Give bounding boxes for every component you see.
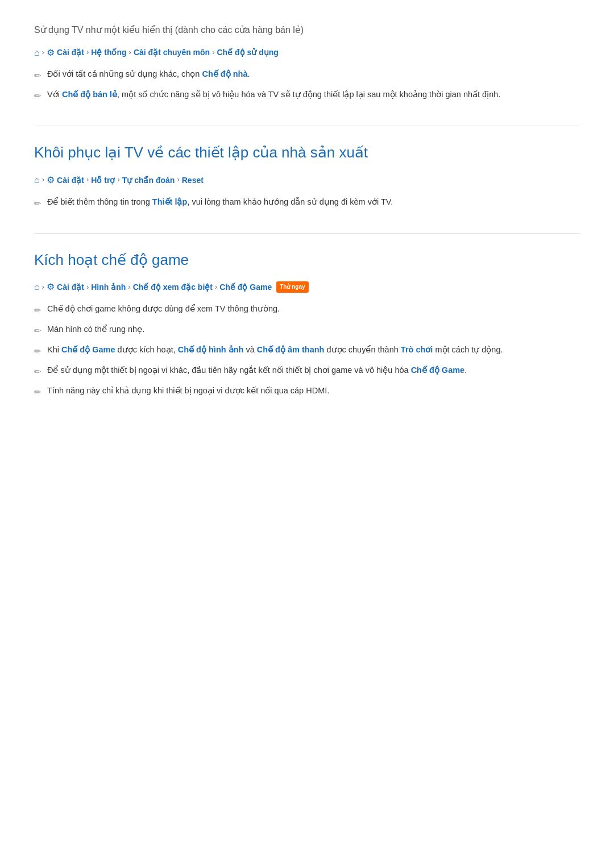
list-item: ✏ Để biết thêm thông tin trong Thiết lập… (34, 196, 580, 210)
list-item: ✏ Tính năng này chỉ khả dụng khi thiết b… (34, 384, 580, 399)
gear-icon-1: ⚙ (47, 45, 55, 60)
bullet5-text: Màn hình có thể rung nhẹ. (47, 323, 144, 336)
breadcrumb-3: ⌂ › ⚙ Cài đặt › Hình ảnh › Chế độ xem đặ… (34, 280, 580, 294)
bullet7-text: Để sử dụng một thiết bị ngoại vi khác, đ… (47, 364, 467, 377)
list-item: ✏ Khi Chế độ Game được kích hoạt, Chế độ… (34, 343, 580, 358)
section-game-mode: Kích hoạt chế độ game ⌂ › ⚙ Cài đặt › Hì… (34, 251, 580, 399)
gear-icon-3: ⚙ (47, 280, 55, 294)
bullet3-text: Để biết thêm thông tin trong Thiết lập, … (47, 196, 393, 209)
section2-bullet-list: ✏ Để biết thêm thông tin trong Thiết lập… (34, 196, 580, 210)
section1-bullet-list: ✏ Đối với tất cả những sử dụng khác, chọ… (34, 68, 580, 103)
list-item: ✏ Để sử dụng một thiết bị ngoại vi khác,… (34, 364, 580, 379)
home-icon-3[interactable]: ⌂ (34, 280, 40, 294)
breadcrumb2-hotro[interactable]: Hỗ trợ (91, 174, 115, 186)
section3-bullet-list: ✏ Chế độ chơi game không được dùng để xe… (34, 302, 580, 399)
highlight-cheodohinhanh: Chế độ hình ảnh (178, 345, 244, 354)
gear-icon-2: ⚙ (47, 173, 55, 188)
breadcrumb-1: ⌂ › ⚙ Cài đặt › Hệ thống › Cài đặt chuyê… (34, 45, 580, 60)
breadcrumb2-sep-0: › (42, 174, 44, 186)
breadcrumb3-cheodoxemdb[interactable]: Chế độ xem đặc biệt (133, 281, 213, 293)
breadcrumb3-caidat[interactable]: Cài đặt (57, 281, 84, 293)
list-item: ✏ Đối với tất cả những sử dụng khác, chọ… (34, 68, 580, 82)
breadcrumb2-tuchandoan[interactable]: Tự chẩn đoán (122, 174, 175, 186)
breadcrumb-caidatchuyenmon[interactable]: Cài đặt chuyên môn (134, 46, 210, 59)
pencil-icon-4: ✏ (34, 304, 42, 317)
section-factory-reset: Khôi phục lại TV về các thiết lập của nh… (34, 143, 580, 210)
section3-title: Kích hoạt chế độ game (34, 251, 580, 270)
breadcrumb-sep-0: › (42, 47, 44, 59)
breadcrumb3-sep-1: › (86, 281, 89, 293)
section-retail-mode: Sử dụng TV như một kiểu hiển thị (dành c… (34, 23, 580, 103)
highlight-trochoi: Trò chơi (401, 345, 433, 354)
breadcrumb2-sep-3: › (177, 174, 179, 186)
highlight-chedobanle: Chế độ bán lẻ (62, 90, 117, 99)
breadcrumb2-reset[interactable]: Reset (182, 174, 204, 186)
breadcrumb-hethong[interactable]: Hệ thống (91, 46, 126, 59)
breadcrumb3-sep-2: › (128, 281, 130, 293)
highlight-cheodogame2: Chế độ Game (411, 366, 465, 375)
breadcrumb-2: ⌂ › ⚙ Cài đặt › Hỗ trợ › Tự chẩn đoán › … (34, 173, 580, 188)
breadcrumb-sep-3: › (212, 47, 214, 59)
breadcrumb-caidat-1[interactable]: Cài đặt (57, 46, 84, 59)
pencil-icon-3: ✏ (34, 197, 42, 210)
breadcrumb2-sep-2: › (117, 174, 119, 186)
pencil-icon-7: ✏ (34, 365, 42, 379)
divider-1 (34, 126, 580, 126)
list-item: ✏ Với Chế độ bán lẻ, một số chức năng sẽ… (34, 88, 580, 103)
breadcrumb3-hinhanh[interactable]: Hình ảnh (91, 281, 126, 293)
list-item: ✏ Chế độ chơi game không được dùng để xe… (34, 302, 580, 317)
section1-subtitle: Sử dụng TV như một kiểu hiển thị (dành c… (34, 23, 580, 38)
pencil-icon-1: ✏ (34, 69, 42, 82)
breadcrumb2-sep-1: › (86, 174, 89, 186)
pencil-icon-6: ✏ (34, 344, 42, 358)
try-badge[interactable]: Thử ngay (276, 281, 308, 293)
home-icon-2[interactable]: ⌂ (34, 173, 40, 188)
home-icon[interactable]: ⌂ (34, 45, 40, 60)
section2-title: Khôi phục lại TV về các thiết lập của nh… (34, 143, 580, 163)
divider-2 (34, 233, 580, 234)
highlight-thietlap: Thiết lập (152, 197, 188, 206)
breadcrumb3-cheodogame[interactable]: Chế độ Game (219, 281, 272, 293)
breadcrumb2-caidat[interactable]: Cài đặt (57, 174, 84, 186)
bullet4-text: Chế độ chơi game không được dùng để xem … (47, 302, 280, 315)
pencil-icon-2: ✏ (34, 89, 42, 103)
bullet1-text: Đối với tất cả những sử dụng khác, chọn … (47, 68, 250, 81)
highlight-cheodoamthanh: Chế độ âm thanh (257, 345, 325, 354)
bullet6-text: Khi Chế độ Game được kích hoạt, Chế độ h… (47, 343, 503, 356)
bullet8-text: Tính năng này chỉ khả dụng khi thiết bị … (47, 384, 329, 397)
breadcrumb3-sep-3: › (215, 281, 217, 293)
pencil-icon-8: ✏ (34, 385, 42, 399)
bullet2-text: Với Chế độ bán lẻ, một số chức năng sẽ b… (47, 88, 500, 101)
highlight-chedonha: Chế độ nhà (202, 69, 247, 78)
highlight-cheodogame1: Chế độ Game (61, 345, 115, 354)
list-item: ✏ Màn hình có thể rung nhẹ. (34, 323, 580, 338)
breadcrumb-chedo-sudung[interactable]: Chế độ sử dụng (217, 46, 279, 59)
breadcrumb-sep-2: › (129, 47, 131, 59)
breadcrumb-sep-1: › (86, 47, 89, 59)
pencil-icon-5: ✏ (34, 324, 42, 338)
breadcrumb3-sep-0: › (42, 281, 44, 293)
